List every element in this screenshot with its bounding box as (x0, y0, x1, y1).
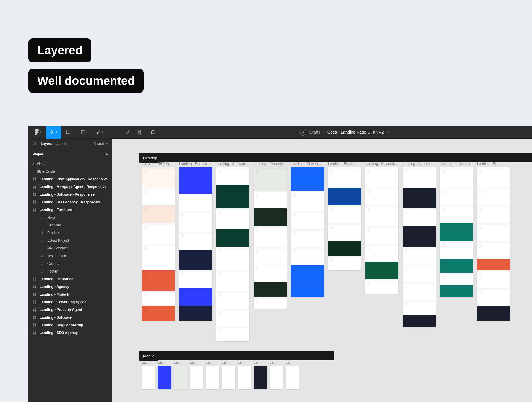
canvas-frame-mobile[interactable]: La... (206, 360, 219, 389)
chevron-down-icon: ▼ (71, 131, 73, 134)
frame-title: Landing - Agency (403, 162, 436, 166)
user-avatar[interactable] (299, 129, 306, 136)
frame-body[interactable] (286, 366, 299, 389)
frame-body[interactable] (477, 167, 510, 321)
frame-body[interactable] (440, 167, 473, 297)
page-item[interactable]: Style Guide (28, 168, 112, 175)
sidebar-tabs: Layers Assets Visual ▼ (28, 139, 112, 149)
frame-body[interactable] (222, 366, 235, 389)
hand-tool-button[interactable] (134, 126, 147, 139)
layer-item[interactable]: Landing - Property Agent (28, 306, 112, 314)
layer-item-child[interactable]: #New Product (28, 244, 112, 252)
canvas-frame-mobile[interactable]: La... (238, 360, 251, 389)
canvas-frame[interactable]: Landing - Coworki... (365, 162, 398, 341)
canvas-frame-mobile[interactable]: La... (174, 360, 187, 389)
frame-icon (33, 331, 37, 335)
layer-item-child[interactable]: #Services (28, 221, 112, 229)
frame-body[interactable] (142, 167, 175, 321)
layer-item-child[interactable]: #Latest Project (28, 237, 112, 244)
canvas-frame-mobile[interactable]: La... (270, 360, 283, 389)
layer-item[interactable]: Landing - Chat Application - Responsive (28, 175, 112, 183)
svg-point-2 (128, 130, 129, 131)
canvas-frame-mobile[interactable]: La... (190, 360, 203, 389)
move-tool-button[interactable]: ▼ (46, 126, 61, 139)
page-item[interactable]: Visual (28, 160, 112, 168)
frame-body[interactable] (179, 167, 212, 321)
canvas[interactable]: Desktop Landing - SEO Age...Landing - Re… (112, 139, 532, 402)
frame-body[interactable] (174, 366, 187, 389)
canvas-frame[interactable]: Landing - Fintech (328, 162, 361, 341)
canvas-frame[interactable]: Landing - Chat Ap... (291, 162, 324, 341)
tab-assets[interactable]: Assets (56, 142, 67, 146)
tab-layers[interactable]: Layers (41, 142, 52, 146)
section-desktop-label[interactable]: Desktop (139, 153, 161, 163)
layer-item[interactable]: Landing - Insurance (28, 275, 112, 283)
canvas-frame[interactable]: Landing - Insurance (440, 162, 473, 341)
svg-point-1 (126, 130, 126, 131)
frame-title: La... (254, 360, 267, 364)
canvas-frame[interactable]: Landing - Property... (254, 162, 287, 341)
breadcrumb-root[interactable]: Drafts (309, 130, 320, 134)
shape-tool-button[interactable]: ▼ (77, 126, 92, 139)
layer-item-child[interactable]: #Hero (28, 214, 112, 221)
search-icon[interactable] (33, 142, 37, 146)
frame-body[interactable] (254, 167, 287, 309)
frame-body[interactable] (238, 366, 251, 389)
frame-body[interactable] (254, 366, 267, 389)
layer-label: Services (47, 223, 61, 227)
frame-icon (33, 300, 37, 304)
frame-body[interactable] (270, 366, 283, 389)
layer-item-child[interactable]: #Testimonials (28, 252, 112, 260)
svg-rect-4 (128, 133, 129, 134)
layer-item[interactable]: Landing - SEO Agency (28, 329, 112, 337)
canvas-frame[interactable]: Landing - Regular ... (179, 162, 212, 341)
frame-body[interactable] (365, 167, 398, 294)
frame-body[interactable] (206, 366, 219, 389)
layer-item[interactable]: Landing - SEO Agency - Responsive (28, 198, 112, 206)
pen-tool-button[interactable]: ▼ (92, 126, 108, 139)
canvas-frame-mobile[interactable]: La... (158, 360, 171, 389)
layer-item[interactable]: Landing - Regular Startup (28, 321, 112, 329)
frame-tool-button[interactable]: ▼ (61, 126, 77, 139)
layer-item[interactable]: Landing - Fintech (28, 291, 112, 298)
canvas-frame[interactable]: Landing - Fi... (477, 162, 510, 341)
frame-body[interactable] (216, 167, 249, 341)
frame-icon (33, 315, 37, 320)
layer-label: Landing - Fintech (40, 292, 69, 296)
layer-item[interactable]: Landing - Furniture (28, 206, 112, 214)
layer-item[interactable]: Landing - Agency (28, 283, 112, 291)
chevron-down-icon[interactable]: ▼ (387, 131, 390, 134)
frame-icon (33, 192, 37, 197)
frame-body[interactable] (403, 167, 436, 327)
breadcrumb-file[interactable]: Coca - Landing Page UI Kit V2 (327, 130, 384, 134)
layer-item[interactable]: Landing - Software - Responsive (28, 191, 112, 198)
frame-body[interactable] (158, 366, 171, 389)
layer-label: Landing - Mortgage Agent - Responsive (40, 185, 106, 189)
frame-icon (33, 200, 37, 204)
frame-title: Landing - Software (216, 162, 249, 166)
canvas-frame-mobile[interactable]: La... (254, 360, 267, 389)
layer-item[interactable]: Landing - Coworking Space (28, 298, 112, 306)
layer-item-child[interactable]: #Products (28, 229, 112, 237)
main-menu-button[interactable]: ▼ (31, 126, 46, 139)
layer-item-child[interactable]: #Footer (28, 268, 112, 275)
canvas-frame-mobile[interactable]: La... (286, 360, 299, 389)
layer-item[interactable]: Landing - Software (28, 314, 112, 321)
canvas-frame[interactable]: Landing - SEO Age... (142, 162, 175, 341)
resources-button[interactable] (121, 126, 134, 139)
text-tool-button[interactable] (108, 126, 121, 139)
canvas-frame-mobile[interactable]: La... (222, 360, 235, 389)
section-mobile-label[interactable]: Mobile (139, 351, 158, 361)
frame-body[interactable] (142, 366, 155, 389)
canvas-frame[interactable]: Landing - Agency (403, 162, 436, 341)
canvas-frame-mobile[interactable]: La... (142, 360, 155, 389)
frame-body[interactable] (328, 167, 361, 270)
layer-item[interactable]: Landing - Mortgage Agent - Responsive (28, 183, 112, 191)
add-page-button[interactable]: + (106, 152, 108, 157)
comment-tool-button[interactable] (147, 126, 160, 139)
canvas-frame[interactable]: Landing - Software (216, 162, 249, 341)
page-selector[interactable]: Visual ▼ (94, 142, 108, 146)
frame-body[interactable] (190, 366, 203, 389)
frame-body[interactable] (291, 167, 324, 297)
layer-item-child[interactable]: #Contact (28, 260, 112, 268)
